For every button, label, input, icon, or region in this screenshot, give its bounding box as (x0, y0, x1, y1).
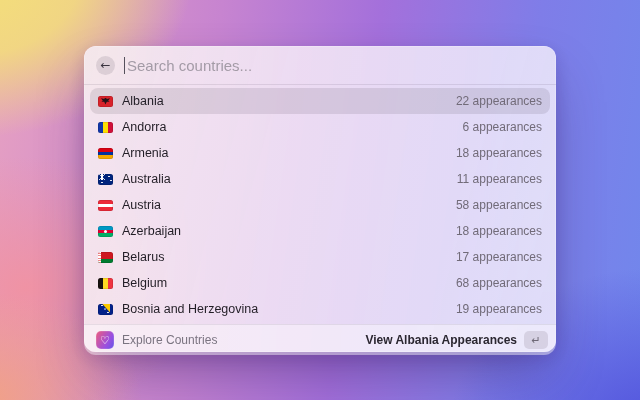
country-list: Albania 22 appearances Andorra 6 appeara… (84, 85, 556, 324)
desktop-background: ← Search countries... Albania 22 appeara… (0, 0, 640, 400)
country-name: Bosnia and Herzegovina (122, 302, 456, 316)
back-arrow-icon: ← (100, 59, 110, 71)
belgium-flag-icon (98, 278, 113, 289)
list-item-australia[interactable]: Australia 11 appearances (90, 166, 550, 192)
list-item-azerbaijan[interactable]: Azerbaijan 18 appearances (90, 218, 550, 244)
app-name: Explore Countries (122, 333, 217, 347)
appearance-count: 22 appearances (456, 94, 542, 108)
country-name: Andorra (122, 120, 463, 134)
appearance-count: 17 appearances (456, 250, 542, 264)
austria-flag-icon (98, 200, 113, 211)
country-name: Belarus (122, 250, 456, 264)
azerbaijan-flag-icon (98, 226, 113, 237)
back-button[interactable]: ← (96, 56, 115, 75)
albania-flag-icon (98, 96, 113, 107)
search-input[interactable]: Search countries... (127, 57, 544, 74)
list-item-austria[interactable]: Austria 58 appearances (90, 192, 550, 218)
country-name: Australia (122, 172, 457, 186)
appearance-count: 68 appearances (456, 276, 542, 290)
search-bar: ← Search countries... (84, 46, 556, 84)
list-item-belarus[interactable]: Belarus 17 appearances (90, 244, 550, 270)
bosnia-flag-icon (98, 304, 113, 315)
primary-action-button[interactable]: View Albania Appearances ↵ (365, 331, 548, 349)
list-item-bosnia-and-herzegovina[interactable]: Bosnia and Herzegovina 19 appearances (90, 296, 550, 322)
footer-bar: ♡ Explore Countries View Albania Appeara… (84, 324, 556, 355)
text-caret (124, 57, 125, 74)
list-item-armenia[interactable]: Armenia 18 appearances (90, 140, 550, 166)
country-name: Armenia (122, 146, 456, 160)
command-palette-window: ← Search countries... Albania 22 appeara… (84, 46, 556, 352)
explore-countries-app-icon: ♡ (96, 331, 114, 349)
footer-app-info: ♡ Explore Countries (96, 331, 365, 349)
country-name: Austria (122, 198, 456, 212)
appearance-count: 18 appearances (456, 224, 542, 238)
appearance-count: 11 appearances (457, 172, 542, 186)
appearance-count: 6 appearances (463, 120, 542, 134)
country-name: Albania (122, 94, 456, 108)
action-label: View Albania Appearances (365, 333, 517, 347)
list-item-andorra[interactable]: Andorra 6 appearances (90, 114, 550, 140)
appearance-count: 58 appearances (456, 198, 542, 212)
enter-key-glyph: ↵ (531, 334, 540, 347)
belarus-flag-icon (98, 252, 113, 263)
andorra-flag-icon (98, 122, 113, 133)
list-item-belgium[interactable]: Belgium 68 appearances (90, 270, 550, 296)
enter-key-icon: ↵ (524, 331, 548, 349)
armenia-flag-icon (98, 148, 113, 159)
australia-flag-icon (98, 174, 113, 185)
heart-icon: ♡ (100, 334, 110, 345)
country-name: Azerbaijan (122, 224, 456, 238)
list-item-albania[interactable]: Albania 22 appearances (90, 88, 550, 114)
country-name: Belgium (122, 276, 456, 290)
appearance-count: 19 appearances (456, 302, 542, 316)
appearance-count: 18 appearances (456, 146, 542, 160)
